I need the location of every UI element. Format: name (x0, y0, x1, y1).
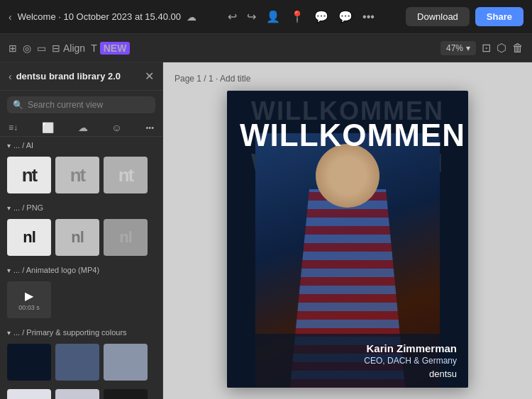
section-colors-header[interactable]: ▾ ... / Primary & supporting colours (0, 324, 162, 341)
second-toolbar: ⊞ ◎ ▭ ⊟ Align T NEW 47% ▾ ⊡ ⬡ 🗑 (0, 34, 532, 62)
list-item[interactable]: nl (55, 219, 99, 256)
section-ai-label: ... / AI (13, 141, 33, 150)
section-png-label: ... / PNG (13, 203, 43, 212)
align-button[interactable]: ⊟ Align (52, 43, 85, 54)
section-colors-label: ... / Primary & supporting colours (13, 328, 127, 337)
text-area-control[interactable]: T NEW (91, 42, 130, 55)
second-bar-left: ⊞ ◎ ▭ ⊟ Align T NEW (9, 42, 130, 55)
list-item[interactable] (7, 389, 51, 399)
chevron-down-icon: ▾ (7, 329, 11, 337)
person-title: CEO, DACH & Germany (238, 356, 457, 366)
card-info-overlay: Karin Zimmerman CEO, DACH & Germany dent… (227, 334, 468, 388)
list-item[interactable] (104, 344, 148, 381)
user-icon[interactable]: 👤 (266, 10, 280, 23)
rect-icon[interactable]: ▭ (37, 43, 46, 54)
align-icon: ⊟ (52, 43, 60, 54)
align-label: Align (63, 43, 85, 54)
chevron-down-icon: ▾ (7, 266, 11, 274)
search-input[interactable] (28, 100, 150, 110)
png-asset-grid: nl nl nl (0, 216, 162, 262)
list-item[interactable]: ▶ 00:03 s (7, 281, 51, 318)
location-icon[interactable]: 📍 (290, 10, 304, 23)
person-name: Karin Zimmerman (238, 342, 457, 354)
top-bar-right: Download Share (406, 7, 523, 26)
undo-icon[interactable]: ↩ (228, 10, 237, 23)
download-button[interactable]: Download (406, 7, 470, 26)
list-item[interactable] (55, 389, 99, 399)
more-icon[interactable]: ••• (362, 11, 375, 23)
new-badge: NEW (100, 42, 131, 55)
second-bar-right: 47% ▾ ⊡ ⬡ 🗑 (440, 41, 523, 55)
sidebar-toolbar: ≡↓ ⬜ ☁ ☺ ••• (0, 119, 162, 137)
ai-asset-grid: nt nt nt (0, 154, 162, 199)
play-icon: ▶ (25, 289, 33, 303)
list-item[interactable]: nl (104, 219, 148, 256)
view-icon[interactable]: ⬜ (42, 122, 54, 133)
list-item[interactable]: nt (55, 157, 99, 193)
list-item[interactable] (55, 344, 99, 381)
share-comment-icon[interactable]: 💬 (338, 10, 353, 23)
top-bar-actions: ↩ ↪ 👤 📍 💬 💬 ••• (228, 10, 375, 23)
list-item[interactable]: nl (7, 219, 51, 256)
zoom-control[interactable]: 47% ▾ (440, 41, 476, 55)
share-button[interactable]: Share (475, 7, 523, 26)
sidebar-back-icon[interactable]: ‹ (9, 71, 12, 82)
more-sidebar-icon[interactable]: ••• (145, 123, 154, 132)
text-icon: T (91, 43, 97, 54)
section-animated-label: ... / Animated logo (MP4) (13, 266, 99, 274)
page-icon[interactable]: ⊡ (482, 41, 491, 55)
chevron-down-icon: ▾ (7, 204, 11, 212)
small-swatches (0, 386, 162, 399)
grid-icon[interactable]: ⊞ (9, 43, 17, 54)
search-icon: 🔍 (13, 100, 23, 110)
willkommen-main: WILLKOMMEN (227, 118, 468, 153)
person-face (316, 144, 379, 208)
upload-icon[interactable]: ☁ (78, 122, 88, 133)
video-duration: 00:03 s (18, 304, 40, 311)
canvas-card[interactable]: WILLKOMMEN WILLKOMMEN WILLKOMMEN Karin Z… (227, 91, 468, 388)
trash-icon[interactable]: 🗑 (512, 42, 523, 55)
section-ai-header[interactable]: ▾ ... / AI (0, 137, 162, 154)
sidebar-header-left: ‹ dentsu brand library 2.0 (9, 71, 121, 82)
sidebar-content: ▾ ... / AI nt nt nt ▾ ... / PNG (0, 137, 162, 399)
token-icon[interactable]: ⬡ (497, 41, 506, 55)
back-arrow-icon[interactable]: ‹ (9, 11, 12, 23)
top-bar: ‹ Welcome · 10 October 2023 at 15.40.00 … (0, 0, 532, 34)
section-animated-header[interactable]: ▾ ... / Animated logo (MP4) (0, 262, 162, 279)
circle-icon[interactable]: ◎ (23, 43, 31, 54)
section-png-header[interactable]: ▾ ... / PNG (0, 199, 162, 216)
list-item[interactable]: nt (104, 157, 148, 193)
list-item[interactable] (7, 344, 51, 381)
chevron-down-icon: ▾ (7, 142, 11, 150)
page-label: Page 1 / 1 · Add title (174, 74, 250, 84)
comment-icon[interactable]: 💬 (314, 10, 328, 23)
redo-icon[interactable]: ↪ (247, 10, 256, 23)
top-bar-left: ‹ Welcome · 10 October 2023 at 15.40.00 … (9, 11, 196, 23)
animated-asset-grid: ▶ 00:03 s (0, 279, 162, 324)
cloud-icon: ☁ (187, 11, 196, 23)
zoom-chevron-icon: ▾ (466, 43, 470, 53)
document-title: Welcome · 10 October 2023 at 15.40.00 (18, 11, 181, 22)
sidebar-title: dentsu brand library 2.0 (16, 71, 121, 82)
face-icon[interactable]: ☺ (111, 122, 121, 133)
sidebar: ‹ dentsu brand library 2.0 ✕ 🔍 ≡↓ ⬜ ☁ ☺ … (0, 62, 163, 399)
list-item[interactable] (104, 389, 148, 399)
color-swatches (0, 341, 162, 386)
top-bar-center: ↩ ↪ 👤 📍 💬 💬 ••• (228, 10, 375, 23)
sidebar-header: ‹ dentsu brand library 2.0 ✕ (0, 62, 162, 91)
sidebar-close-icon[interactable]: ✕ (145, 69, 154, 83)
search-box[interactable]: 🔍 (7, 96, 155, 113)
sort-icon[interactable]: ≡↓ (9, 123, 18, 133)
list-item[interactable]: nt (7, 157, 51, 193)
brand-name: dentsu (238, 369, 457, 379)
canvas-area: Page 1 / 1 · Add title WILLKOMMEN WILLKO… (163, 62, 532, 399)
zoom-value: 47% (446, 43, 463, 53)
main-area: ‹ dentsu brand library 2.0 ✕ 🔍 ≡↓ ⬜ ☁ ☺ … (0, 62, 532, 399)
